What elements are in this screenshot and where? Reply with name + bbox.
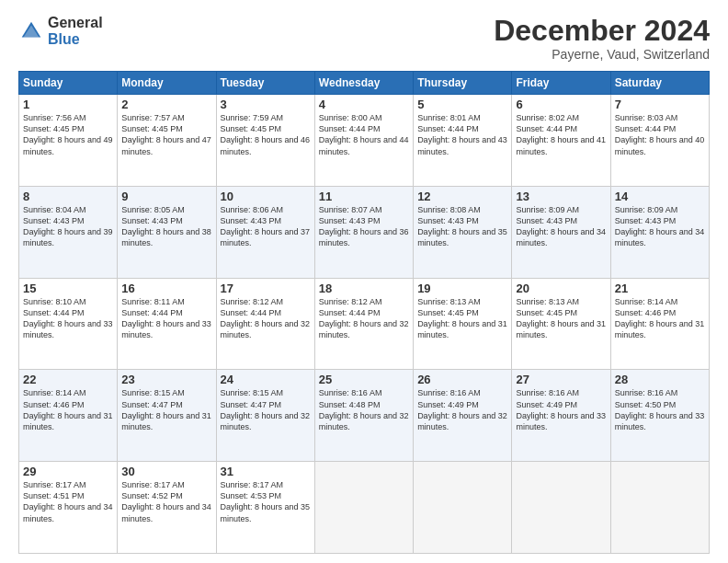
day-2: 2 Sunrise: 7:57 AMSunset: 4:45 PMDayligh… bbox=[118, 95, 216, 187]
col-thursday: Thursday bbox=[414, 72, 512, 95]
logo-general: General bbox=[48, 15, 103, 31]
week-row-3: 15 Sunrise: 8:10 AMSunset: 4:44 PMDaylig… bbox=[19, 278, 710, 370]
day-4: 4 Sunrise: 8:00 AMSunset: 4:44 PMDayligh… bbox=[314, 95, 413, 187]
header: General Blue December 2024 Payerne, Vaud… bbox=[18, 15, 710, 62]
day-19: 19 Sunrise: 8:13 AMSunset: 4:45 PMDaylig… bbox=[414, 278, 512, 370]
day-20: 20 Sunrise: 8:13 AMSunset: 4:45 PMDaylig… bbox=[512, 278, 610, 370]
calendar-header-row: Sunday Monday Tuesday Wednesday Thursday… bbox=[19, 72, 710, 95]
day-10: 10 Sunrise: 8:06 AMSunset: 4:43 PMDaylig… bbox=[216, 186, 314, 278]
day-5: 5 Sunrise: 8:01 AMSunset: 4:44 PMDayligh… bbox=[414, 95, 512, 187]
page: General Blue December 2024 Payerne, Vaud… bbox=[0, 0, 728, 563]
day-empty-2 bbox=[414, 462, 512, 554]
day-9: 9 Sunrise: 8:05 AMSunset: 4:43 PMDayligh… bbox=[118, 186, 216, 278]
day-28: 28 Sunrise: 8:16 AMSunset: 4:50 PMDaylig… bbox=[610, 370, 709, 462]
day-16: 16 Sunrise: 8:11 AMSunset: 4:44 PMDaylig… bbox=[118, 278, 216, 370]
day-31: 31 Sunrise: 8:17 AMSunset: 4:53 PMDaylig… bbox=[216, 462, 314, 554]
day-8: 8 Sunrise: 8:04 AMSunset: 4:43 PMDayligh… bbox=[19, 186, 118, 278]
day-7: 7 Sunrise: 8:03 AMSunset: 4:44 PMDayligh… bbox=[610, 95, 709, 187]
calendar: Sunday Monday Tuesday Wednesday Thursday… bbox=[18, 71, 710, 554]
col-monday: Monday bbox=[118, 72, 216, 95]
day-empty-1 bbox=[314, 462, 413, 554]
logo-icon bbox=[18, 18, 44, 44]
day-18: 18 Sunrise: 8:12 AMSunset: 4:44 PMDaylig… bbox=[314, 278, 413, 370]
week-row-1: 1 Sunrise: 7:56 AMSunset: 4:45 PMDayligh… bbox=[19, 95, 710, 187]
day-26: 26 Sunrise: 8:16 AMSunset: 4:49 PMDaylig… bbox=[414, 370, 512, 462]
day-12: 12 Sunrise: 8:08 AMSunset: 4:43 PMDaylig… bbox=[414, 186, 512, 278]
day-23: 23 Sunrise: 8:15 AMSunset: 4:47 PMDaylig… bbox=[118, 370, 216, 462]
day-22: 22 Sunrise: 8:14 AMSunset: 4:46 PMDaylig… bbox=[19, 370, 118, 462]
day-13: 13 Sunrise: 8:09 AMSunset: 4:43 PMDaylig… bbox=[512, 186, 610, 278]
day-17: 17 Sunrise: 8:12 AMSunset: 4:44 PMDaylig… bbox=[216, 278, 314, 370]
day-1: 1 Sunrise: 7:56 AMSunset: 4:45 PMDayligh… bbox=[19, 95, 118, 187]
month-title: December 2024 bbox=[494, 15, 710, 47]
day-29: 29 Sunrise: 8:17 AMSunset: 4:51 PMDaylig… bbox=[19, 462, 118, 554]
day-21: 21 Sunrise: 8:14 AMSunset: 4:46 PMDaylig… bbox=[610, 278, 709, 370]
col-friday: Friday bbox=[512, 72, 610, 95]
day-15: 15 Sunrise: 8:10 AMSunset: 4:44 PMDaylig… bbox=[19, 278, 118, 370]
day-empty-3 bbox=[512, 462, 610, 554]
col-saturday: Saturday bbox=[610, 72, 709, 95]
day-25: 25 Sunrise: 8:16 AMSunset: 4:48 PMDaylig… bbox=[314, 370, 413, 462]
title-block: December 2024 Payerne, Vaud, Switzerland bbox=[494, 15, 710, 62]
logo-text: General Blue bbox=[48, 15, 103, 47]
logo-blue: Blue bbox=[48, 31, 103, 48]
day-6: 6 Sunrise: 8:02 AMSunset: 4:44 PMDayligh… bbox=[512, 95, 610, 187]
day-14: 14 Sunrise: 8:09 AMSunset: 4:43 PMDaylig… bbox=[610, 186, 709, 278]
day-11: 11 Sunrise: 8:07 AMSunset: 4:43 PMDaylig… bbox=[314, 186, 413, 278]
col-tuesday: Tuesday bbox=[216, 72, 314, 95]
day-24: 24 Sunrise: 8:15 AMSunset: 4:47 PMDaylig… bbox=[216, 370, 314, 462]
col-wednesday: Wednesday bbox=[314, 72, 413, 95]
col-sunday: Sunday bbox=[19, 72, 118, 95]
day-27: 27 Sunrise: 8:16 AMSunset: 4:49 PMDaylig… bbox=[512, 370, 610, 462]
location: Payerne, Vaud, Switzerland bbox=[494, 47, 710, 62]
week-row-2: 8 Sunrise: 8:04 AMSunset: 4:43 PMDayligh… bbox=[19, 186, 710, 278]
day-3: 3 Sunrise: 7:59 AMSunset: 4:45 PMDayligh… bbox=[216, 95, 314, 187]
logo: General Blue bbox=[18, 15, 103, 47]
day-empty-4 bbox=[610, 462, 709, 554]
week-row-5: 29 Sunrise: 8:17 AMSunset: 4:51 PMDaylig… bbox=[19, 462, 710, 554]
day-30: 30 Sunrise: 8:17 AMSunset: 4:52 PMDaylig… bbox=[118, 462, 216, 554]
week-row-4: 22 Sunrise: 8:14 AMSunset: 4:46 PMDaylig… bbox=[19, 370, 710, 462]
